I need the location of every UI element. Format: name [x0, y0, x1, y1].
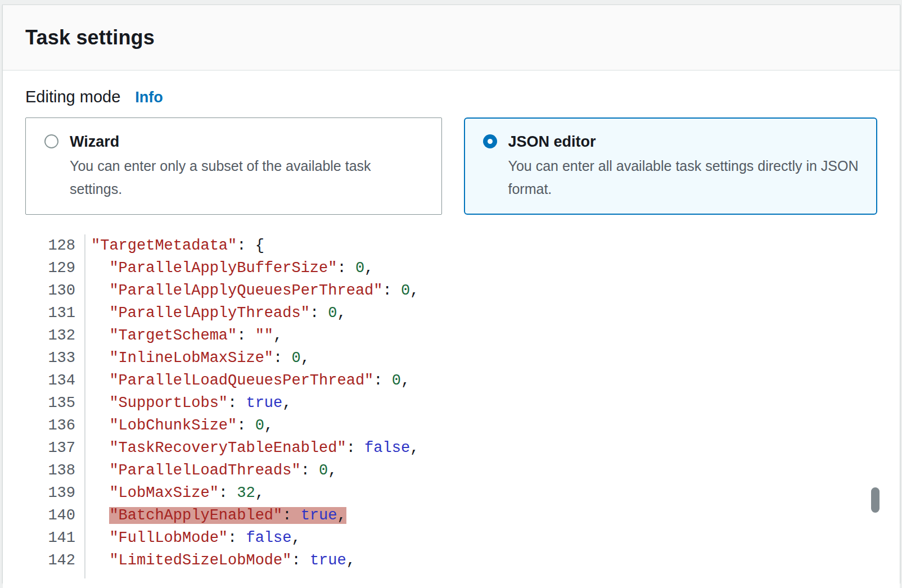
- json-code-editor[interactable]: 128"TargetMetadata": {129 "ParallelApply…: [3, 234, 900, 588]
- wizard-option-card[interactable]: Wizard You can enter only a subset of th…: [25, 117, 442, 215]
- editor-scrollbar-thumb[interactable]: [871, 487, 880, 513]
- code-text: "ParallelApplyThreads": 0,: [84, 302, 346, 324]
- code-text: "FullLobMode": false,: [84, 527, 301, 549]
- wizard-option-description: You can enter only a subset of the avail…: [70, 155, 424, 201]
- line-number: 140: [3, 504, 84, 527]
- json-editor-option-description: You can enter all available task setting…: [508, 155, 863, 201]
- code-line[interactable]: 135 "SupportLobs": true,: [3, 392, 900, 414]
- json-editor-option-text: JSON editor You can enter all available …: [508, 132, 863, 201]
- wizard-option-label: Wizard: [70, 132, 424, 152]
- code-line[interactable]: 142 "LimitedSizeLobMode": true,: [3, 549, 900, 572]
- code-line[interactable]: 137 "TaskRecoveryTableEnabled": false,: [3, 437, 900, 459]
- line-number: 129: [3, 257, 84, 279]
- info-link[interactable]: Info: [135, 89, 163, 106]
- json-editor-option-card[interactable]: JSON editor You can enter all available …: [464, 117, 878, 215]
- editing-mode-row: Editing mode Info: [25, 88, 877, 106]
- code-line[interactable]: 132 "TargetSchema": "",: [3, 324, 900, 347]
- code-text: "InlineLobMaxSize": 0,: [84, 347, 310, 369]
- code-text: "ParallelLoadThreads": 0,: [84, 459, 337, 482]
- line-number: 131: [3, 302, 84, 324]
- radio-selected-icon[interactable]: [483, 134, 497, 148]
- code-line[interactable]: 131 "ParallelApplyThreads": 0,: [3, 302, 900, 324]
- panel-title: Task settings: [25, 26, 155, 49]
- line-number: 141: [3, 527, 84, 549]
- editing-mode-label: Editing mode: [25, 88, 120, 106]
- code-line[interactable]: 136 "LobChunkSize": 0,: [3, 414, 900, 437]
- code-text: "LimitedSizeLobMode": true,: [84, 549, 355, 572]
- highlighted-match: "BatchApplyEnabled": true,: [109, 507, 346, 524]
- line-number: 132: [3, 324, 84, 347]
- code-line[interactable]: 129 "ParallelApplyBufferSize": 0,: [3, 257, 900, 279]
- code-line[interactable]: 140 "BatchApplyEnabled": true,: [3, 504, 900, 527]
- line-number: 135: [3, 392, 84, 414]
- code-text: "TargetMetadata": {: [84, 234, 264, 257]
- line-number: 134: [3, 369, 84, 392]
- line-number: 138: [3, 459, 84, 482]
- code-line[interactable]: 139 "LobMaxSize": 32,: [3, 482, 900, 504]
- panel-content: Editing mode Info Wizard You can enter o…: [3, 71, 900, 588]
- code-text: "BatchApplyEnabled": true,: [84, 504, 346, 527]
- code-text: "SupportLobs": true,: [84, 392, 291, 414]
- code-text: "TaskRecoveryTableEnabled": false,: [84, 437, 419, 459]
- line-number: 142: [3, 549, 84, 572]
- code-line[interactable]: 134 "ParallelLoadQueuesPerThread": 0,: [3, 369, 900, 392]
- line-number: 128: [3, 234, 84, 257]
- code-text: "LobChunkSize": 0,: [84, 414, 273, 437]
- code-lines: 128"TargetMetadata": {129 "ParallelApply…: [3, 234, 900, 572]
- line-number: 136: [3, 414, 84, 437]
- code-text: "TargetSchema": "",: [84, 324, 282, 347]
- editing-mode-options: Wizard You can enter only a subset of th…: [25, 117, 877, 215]
- line-number: 137: [3, 437, 84, 459]
- code-line[interactable]: 133 "InlineLobMaxSize": 0,: [3, 347, 900, 369]
- radio-unselected-icon[interactable]: [44, 134, 58, 148]
- panel-header: Task settings: [3, 5, 900, 71]
- json-editor-option-label: JSON editor: [508, 132, 863, 152]
- line-number: 139: [3, 482, 84, 504]
- code-line[interactable]: 128"TargetMetadata": {: [3, 234, 900, 257]
- code-line[interactable]: 141 "FullLobMode": false,: [3, 527, 900, 549]
- line-number: 130: [3, 279, 84, 302]
- code-line[interactable]: 138 "ParallelLoadThreads": 0,: [3, 459, 900, 482]
- code-line[interactable]: 130 "ParallelApplyQueuesPerThread": 0,: [3, 279, 900, 302]
- code-text: "ParallelApplyBufferSize": 0,: [84, 257, 373, 279]
- code-text: "ParallelLoadQueuesPerThread": 0,: [84, 369, 410, 392]
- gutter-divider: [84, 234, 85, 578]
- code-text: "ParallelApplyQueuesPerThread": 0,: [84, 279, 419, 302]
- code-text: "LobMaxSize": 32,: [84, 482, 264, 504]
- wizard-option-text: Wizard You can enter only a subset of th…: [70, 132, 424, 201]
- line-number: 133: [3, 347, 84, 369]
- task-settings-panel: Task settings Editing mode Info Wizard Y…: [2, 4, 900, 583]
